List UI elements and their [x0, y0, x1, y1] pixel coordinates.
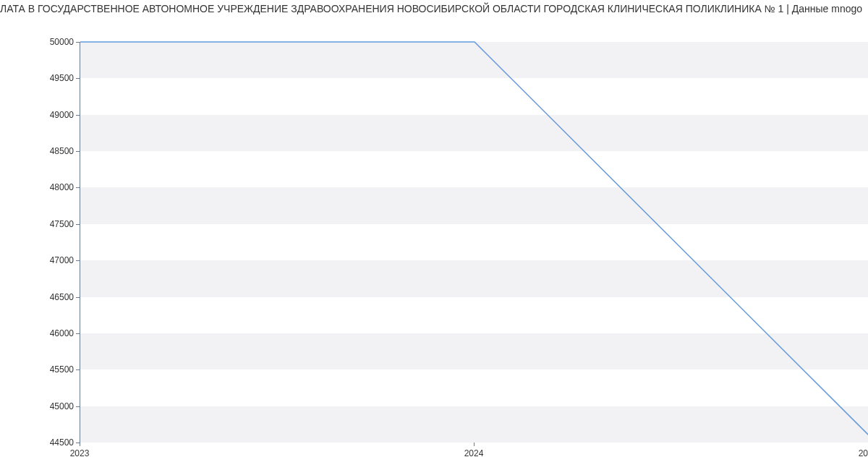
plot-area: [80, 42, 868, 443]
y-tick-mark: [76, 42, 80, 43]
y-tick-label: 46500: [50, 292, 74, 302]
y-tick-label: 47000: [50, 255, 74, 265]
y-tick-mark: [76, 115, 80, 116]
y-tick-label: 48000: [50, 182, 74, 192]
x-tick-mark: [474, 443, 475, 446]
y-tick-mark: [76, 151, 80, 152]
y-tick-mark: [76, 406, 80, 407]
chart-line-svg: [80, 42, 868, 442]
y-tick-label: 45500: [50, 364, 74, 375]
y-tick-label: 47500: [50, 219, 74, 229]
y-tick-label: 48500: [50, 146, 74, 156]
y-tick-label: 45000: [50, 401, 74, 411]
y-tick-label: 46000: [50, 328, 74, 338]
x-tick-label: 2025: [859, 448, 868, 458]
y-tick-mark: [76, 187, 80, 188]
y-tick-mark: [76, 369, 80, 370]
x-tick-mark: [80, 443, 80, 446]
y-tick-label: 49000: [50, 110, 74, 120]
series-line: [80, 42, 868, 435]
y-tick-mark: [76, 78, 80, 79]
chart-container: 4450045000455004600046500470004750048000…: [0, 20, 868, 469]
chart-title: ЛАТА В ГОСУДАРСТВЕННОЕ АВТОНОМНОЕ УЧРЕЖД…: [0, 0, 868, 20]
y-tick-mark: [76, 297, 80, 298]
y-tick-label: 49500: [50, 73, 74, 83]
y-tick-mark: [76, 224, 80, 225]
y-tick-mark: [76, 333, 80, 334]
x-tick-label: 2023: [70, 448, 90, 458]
y-tick-label: 44500: [50, 437, 74, 448]
y-tick-label: 50000: [50, 37, 74, 47]
y-tick-mark: [76, 260, 80, 261]
x-tick-label: 2024: [464, 448, 484, 458]
